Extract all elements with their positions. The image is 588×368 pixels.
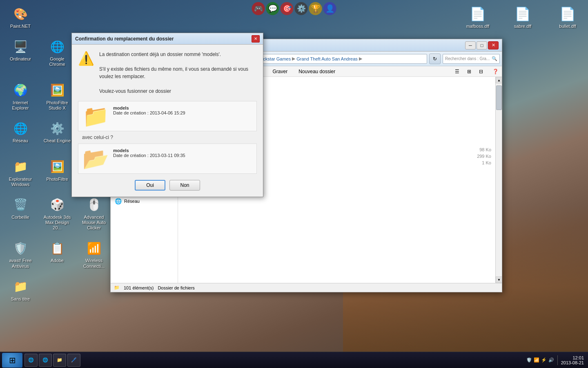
- view-icon-grid[interactable]: ⊞: [467, 69, 471, 74]
- vertical-scrollbar[interactable]: ▲ ▼: [495, 77, 502, 283]
- top-icon-trophy[interactable]: 🏆: [309, 2, 322, 15]
- system-tray: 🛡️ 📶 ⚡ 🔊: [526, 357, 554, 363]
- desktop-icon-mafboss[interactable]: 📄 mafboss.dff: [461, 4, 494, 31]
- search-icon[interactable]: 🔍: [492, 56, 497, 61]
- view-icon-list[interactable]: ☰: [455, 69, 459, 74]
- no-button[interactable]: Non: [169, 180, 200, 191]
- desktop-icon-trash[interactable]: 🗑️ Corbeille: [4, 195, 37, 233]
- clock-time: 12:01: [561, 355, 584, 360]
- desktop-icon-bullet[interactable]: 📄 bullet.dff: [551, 4, 584, 31]
- desktop-icon-sabre[interactable]: 📄 sabre.dff: [506, 4, 539, 31]
- desktop-icon-adobe2[interactable]: 📋 Adobe: [41, 238, 74, 270]
- taskbar: ⊞ 🌐 🌐 📁 🖊️ 🛡️ 📶 ⚡ 🔊 12:0: [0, 352, 588, 368]
- taskbar-chrome-icon: 🌐: [42, 357, 48, 363]
- menu-burn[interactable]: Graver: [270, 67, 290, 76]
- dest-folder-icon: 📁: [82, 105, 109, 127]
- dialog-title: Confirmation du remplacement du dossier: [75, 36, 174, 42]
- desktop-icon-cheatengine[interactable]: ⚙️ Cheat Engine: [41, 119, 74, 150]
- sidebar-network[interactable]: 🌐 Réseau: [113, 197, 176, 206]
- dialog-content: ⚠️ La destination contient déjà un dossi…: [72, 45, 263, 197]
- scroll-down-button[interactable]: ▼: [496, 276, 502, 283]
- view-icon-details[interactable]: ⊟: [479, 69, 483, 74]
- dialog-message2: S'il y existe des fichiers du même nom, …: [99, 65, 257, 80]
- tray-volume-icon: 🔊: [548, 357, 554, 363]
- src-folder-section: 📂 models Date de création : 2013-03-11 0…: [78, 144, 257, 174]
- maximize-button[interactable]: □: [477, 41, 487, 49]
- taskbar-right: 🛡️ 📶 ⚡ 🔊 12:01 2013-08-21: [526, 355, 586, 365]
- taskbar-chrome[interactable]: 🌐: [39, 354, 52, 367]
- tray-network-icon: 📶: [534, 357, 539, 363]
- desktop-icon-wireless[interactable]: 📶 Wireless Connecti...: [78, 238, 110, 270]
- dialog-titlebar: Confirmation du remplacement du dossier …: [72, 33, 263, 45]
- desktop-icon-avast[interactable]: 🛡️ avast! Free Antivirus: [4, 238, 37, 270]
- top-icon-g[interactable]: 💬: [266, 2, 279, 15]
- dest-folder-section: 📁 models Date de création : 2013-04-06 1…: [78, 101, 257, 131]
- desktop-icon-untitled[interactable]: 📁 Sans titre: [4, 277, 37, 303]
- dialog-buttons: Oui Non: [78, 180, 257, 191]
- taskbar-explorer-icon: 📁: [57, 357, 62, 363]
- taskbar-photoshop[interactable]: 🖊️: [67, 354, 80, 367]
- top-icon-rs[interactable]: 🎮: [252, 2, 265, 15]
- taskbar-ie-icon: 🌐: [28, 357, 34, 363]
- window-controls: ─ □ ✕: [465, 41, 499, 49]
- desktop-icon-autoclicker[interactable]: 🖱️ Advanced Mouse Auto Clicker: [78, 195, 110, 233]
- desktop-icon-explorer[interactable]: 📁 Explorateur Windows: [4, 157, 37, 189]
- network-icon: 🌐: [115, 198, 122, 204]
- menu-newfolder[interactable]: Nouveau dossier: [296, 67, 338, 76]
- top-icon-bar: 🎮 💬 🎯 ⚙️ 🏆 👤: [252, 2, 336, 15]
- taskbar-explorer[interactable]: 📁: [53, 354, 66, 367]
- dest-folder-item: 📁 models Date de création : 2013-04-06 1…: [82, 105, 252, 127]
- src-folder-item: 📂 models Date de création : 2013-03-11 0…: [82, 148, 252, 169]
- taskbar-items: 🌐 🌐 📁 🖊️: [24, 354, 526, 367]
- desktop: 🎮 💬 🎯 ⚙️ 🏆 👤 🎨 Paint.NET 🖥️ Ordinateur 🌐…: [0, 0, 588, 368]
- status-folder-label: Dossier de fichiers: [158, 285, 194, 290]
- desktop-icon-computer[interactable]: 🖥️ Ordinateur: [4, 37, 37, 74]
- desktop-icon-network[interactable]: 🌐 Réseau: [4, 119, 37, 150]
- dialog-message1: La destination contient déjà un dossier …: [99, 51, 257, 58]
- yes-button[interactable]: Oui: [135, 180, 165, 191]
- minimize-button[interactable]: ─: [465, 41, 476, 49]
- desktop-icon-photofiltre2[interactable]: 🖼️ PhotoFiltre: [41, 157, 74, 189]
- refresh-button[interactable]: ↻: [429, 54, 441, 64]
- desktop-icon-ie[interactable]: 🌍 Internet Explorer: [4, 81, 37, 112]
- tray-avast-icon: 🛡️: [526, 357, 532, 363]
- dialog-message-text: La destination contient déjà un dossier …: [99, 51, 257, 95]
- src-folder-info: models Date de création : 2013-03-11 09:…: [113, 148, 185, 158]
- top-icon-user[interactable]: 👤: [323, 2, 336, 15]
- desktop-icon-3dsmax[interactable]: 🎲 Autodesk 3ds Max Design 20...: [41, 195, 74, 233]
- taskbar-photoshop-icon: 🖊️: [71, 357, 77, 363]
- windows-logo-icon: ⊞: [9, 355, 16, 365]
- src-folder-icon: 📂: [82, 148, 109, 169]
- top-icon-gear[interactable]: ⚙️: [295, 2, 308, 15]
- search-placeholder: Rechercher dans : Gra...: [445, 56, 490, 61]
- src-folder-name: models: [113, 148, 185, 153]
- status-bar: 📁 101 élément(s) Dossier de fichiers: [111, 283, 502, 292]
- tray-power-icon: ⚡: [541, 357, 547, 363]
- clock-date: 2013-08-21: [561, 360, 584, 365]
- scroll-up-button[interactable]: ▲: [496, 77, 502, 83]
- search-bar[interactable]: Rechercher dans : Gra... 🔍: [443, 54, 500, 64]
- clock-area: 12:01 2013-08-21: [557, 355, 584, 365]
- desktop-icon-chrome[interactable]: 🌐 Google Chrome: [41, 37, 74, 74]
- dialog-question: Voulez-vous fusionner ce dossier: [99, 88, 257, 95]
- help-icon[interactable]: ❓: [492, 69, 499, 74]
- start-button[interactable]: ⊞: [2, 353, 22, 368]
- dialog-close-button[interactable]: ✕: [252, 35, 260, 43]
- avec-label: avec celui-ci ?: [78, 135, 257, 140]
- desktop-icon-photofiltre1[interactable]: 🖼️ PhotoFiltre Studio X: [41, 81, 74, 112]
- src-folder-date: Date de création : 2013-03-11 09:35: [113, 153, 185, 158]
- scroll-thumb[interactable]: [496, 85, 502, 110]
- top-icon-red[interactable]: 🎯: [281, 2, 294, 15]
- dialog-folder-replace: Confirmation du remplacement du dossier …: [71, 33, 263, 197]
- close-button[interactable]: ✕: [488, 41, 499, 49]
- desktop-icons-right: 📄 mafboss.dff 📄 sabre.dff 📄 bullet.dff: [461, 4, 584, 31]
- dest-folder-name: models: [113, 105, 185, 110]
- status-text: 101 élément(s): [124, 285, 154, 290]
- dialog-message-area: ⚠️ La destination contient déjà un dossi…: [78, 51, 257, 95]
- dest-folder-info: models Date de création : 2013-04-06 15:…: [113, 105, 185, 115]
- folder-status: 📁: [114, 285, 120, 290]
- taskbar-ie[interactable]: 🌐: [24, 354, 38, 367]
- dest-folder-date: Date de création : 2013-04-06 15:29: [113, 110, 185, 115]
- desktop-icon-paintnet[interactable]: 🎨 Paint.NET: [4, 4, 37, 31]
- warning-icon: ⚠️: [78, 51, 94, 95]
